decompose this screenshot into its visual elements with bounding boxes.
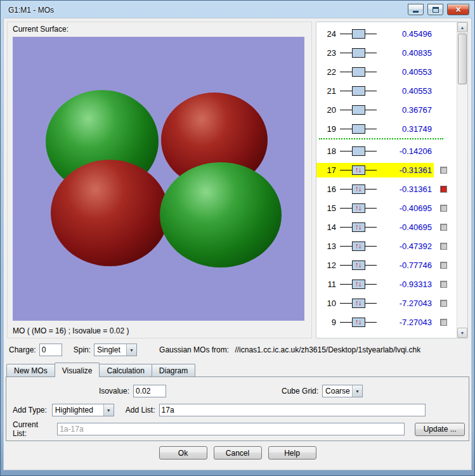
- footer-buttons: Ok Cancel Help: [4, 441, 471, 460]
- mo-number: 15: [318, 203, 336, 213]
- mo-energy-value: -0.77746: [379, 261, 432, 270]
- spin-down-arrow-icon: ↓: [358, 261, 362, 269]
- mo-list-scrollbar[interactable]: ▲ ▼: [457, 22, 467, 338]
- scroll-up-button[interactable]: ▲: [457, 22, 467, 32]
- close-icon: ×: [455, 4, 460, 15]
- maximize-button[interactable]: [427, 4, 443, 15]
- mo-row-13[interactable]: 13↑↓-0.47392: [316, 236, 457, 255]
- scrollbar-track[interactable]: [457, 32, 467, 328]
- mo-energy-value: -0.93313: [379, 280, 432, 289]
- mo-energy-value: -0.31361: [379, 165, 432, 175]
- spin-down-arrow-icon: ↓: [358, 185, 362, 193]
- mo-level-icon: ↑↓: [340, 317, 377, 328]
- mo-row-main: 12↑↓-0.77746: [316, 258, 434, 273]
- mo-level-icon: [340, 146, 377, 157]
- mo-checkbox-10[interactable]: [440, 300, 447, 307]
- tab-new-mos[interactable]: New MOs: [6, 364, 55, 376]
- mo-row-15[interactable]: 15↑↓-0.40695: [316, 198, 457, 217]
- tab-diagram[interactable]: Diagram: [152, 364, 195, 376]
- mo-checkbox-17[interactable]: [440, 167, 447, 174]
- mo-row-main: 15↑↓-0.40695: [316, 201, 434, 215]
- mo-row-19[interactable]: 190.31749: [316, 119, 457, 138]
- ok-button[interactable]: Ok: [159, 446, 207, 460]
- isovalue-row: Isovalue: Cube Grid: Coarse ▼: [10, 384, 465, 398]
- current-list-input[interactable]: [57, 423, 405, 435]
- mo-row-21[interactable]: 210.40553: [316, 81, 457, 100]
- mo-energy-value: -0.40695: [379, 203, 432, 213]
- mo-row-14[interactable]: 14↑↓-0.40695: [316, 217, 457, 236]
- add-list-input[interactable]: [159, 404, 426, 416]
- mo-row-main: 11↑↓-0.93313: [316, 277, 434, 292]
- mo-row-24[interactable]: 240.45496: [316, 24, 457, 43]
- mo-checkbox-16[interactable]: [440, 186, 447, 193]
- mo-checkbox-13[interactable]: [440, 243, 447, 250]
- mo-row-22[interactable]: 220.40553: [316, 62, 457, 81]
- mo-row-9[interactable]: 9↑↓-7.27043: [316, 312, 457, 331]
- mo-checkbox-9[interactable]: [440, 319, 447, 326]
- cube-grid-select[interactable]: Coarse ▼: [322, 385, 363, 397]
- mo-number: 14: [318, 222, 336, 232]
- minimize-icon: [413, 11, 419, 13]
- minimize-button[interactable]: [408, 4, 424, 15]
- mo-checkbox-slot: [437, 186, 450, 193]
- mo-checkbox-15[interactable]: [440, 205, 447, 212]
- mo-row-11[interactable]: 11↑↓-0.93313: [316, 274, 457, 293]
- scrollbar-thumb[interactable]: [458, 34, 467, 84]
- add-type-select[interactable]: Highlighted ▼: [52, 404, 114, 416]
- charge-input[interactable]: [39, 344, 62, 356]
- mo-row-main: 210.40553: [316, 84, 434, 98]
- mo-row-17[interactable]: 17↑↓-0.31361: [316, 160, 457, 179]
- update-button[interactable]: Update ...: [415, 423, 465, 436]
- mo-energy-value: 0.40553: [379, 86, 432, 96]
- titlebar[interactable]: G1:M1 - MOs ×: [1, 1, 474, 18]
- mo-row-main: 190.31749: [316, 122, 434, 136]
- tab-calculation[interactable]: Calculation: [99, 364, 152, 376]
- mo-number: 24: [318, 29, 336, 39]
- mo-3d-viewport[interactable]: [13, 37, 304, 321]
- mo-energy-value: -0.14206: [379, 146, 432, 156]
- mo-row-main: 9↑↓-7.27043: [316, 315, 434, 330]
- add-type-value: Highlighted: [55, 406, 102, 415]
- mo-level-icon: ↑↓: [340, 260, 377, 271]
- charge-spin-row: Charge: Spin: Singlet ▼ Gaussian MOs fro…: [4, 340, 471, 360]
- scroll-down-button[interactable]: ▼: [457, 328, 467, 338]
- mo-checkbox-11[interactable]: [440, 281, 447, 288]
- mo-energy-value: 0.36767: [379, 105, 432, 115]
- mo-row-10[interactable]: 10↑↓-7.27043: [316, 293, 457, 312]
- close-button[interactable]: ×: [447, 4, 469, 15]
- mo-energy-value: -0.47392: [379, 241, 432, 251]
- mo-row-12[interactable]: 12↑↓-0.77746: [316, 255, 457, 274]
- isovalue-label: Isovalue:: [99, 387, 129, 396]
- mo-energy-value: -7.27043: [379, 299, 432, 308]
- mo-row-18[interactable]: 18-0.14206: [316, 141, 457, 160]
- mo-row-main: 240.45496: [316, 27, 434, 41]
- mo-level-icon: ↑↓: [340, 184, 377, 195]
- mo-checkbox-14[interactable]: [440, 224, 447, 231]
- chevron-down-icon: ▼: [126, 344, 136, 356]
- mo-number: 10: [318, 299, 336, 308]
- mo-level-icon: ↑↓: [340, 165, 377, 176]
- spin-down-arrow-icon: ↓: [358, 223, 362, 231]
- mo-row-main: 17↑↓-0.31361: [316, 163, 434, 177]
- mo-checkbox-12[interactable]: [440, 262, 447, 269]
- isovalue-input[interactable]: [133, 385, 166, 397]
- help-button[interactable]: Help: [268, 446, 316, 460]
- mo-level-icon: ↑↓: [340, 279, 377, 290]
- mo-row-20[interactable]: 200.36767: [316, 100, 457, 119]
- mo-row-main: 220.40553: [316, 65, 434, 79]
- mo-number: 19: [318, 124, 336, 134]
- mo-number: 20: [318, 105, 336, 115]
- orbital-lobe-positive-bottom-right: [160, 162, 282, 267]
- mo-checkbox-slot: [437, 167, 450, 174]
- mo-row-main: 14↑↓-0.40695: [316, 220, 434, 235]
- mo-level-icon: [340, 86, 377, 96]
- mo-level-icon: ↑↓: [340, 298, 377, 309]
- cube-grid-label: Cube Grid:: [282, 387, 318, 396]
- spin-select[interactable]: Singlet ▼: [94, 344, 137, 356]
- mo-row-main: 200.36767: [316, 103, 434, 117]
- mo-row-23[interactable]: 230.40835: [316, 43, 457, 62]
- mo-row-16[interactable]: 16↑↓-0.31361: [316, 179, 457, 198]
- cancel-button[interactable]: Cancel: [214, 446, 262, 460]
- tab-visualize[interactable]: Visualize: [55, 363, 100, 377]
- mo-level-icon: ↑↓: [340, 222, 377, 233]
